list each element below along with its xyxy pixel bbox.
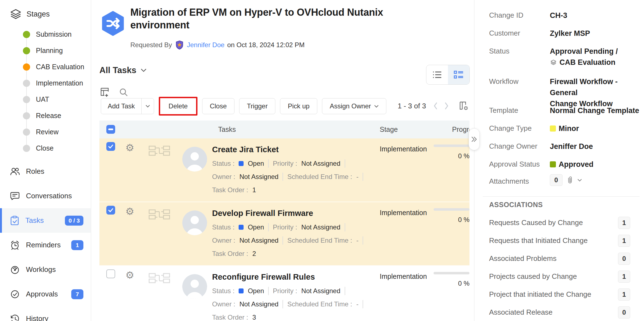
timer-icon <box>10 265 20 275</box>
stages-icon <box>9 8 22 20</box>
add-task-dropdown-button[interactable] <box>141 98 154 114</box>
requested-by-line: Requested By Jennifer Doe on Oct 18, 202… <box>130 40 305 50</box>
search-icon[interactable] <box>119 88 129 98</box>
sidebar-item-history[interactable]: History <box>0 306 91 321</box>
requester-link[interactable]: Jennifer Doe <box>187 41 225 49</box>
approval-status-value: Approved <box>550 159 642 170</box>
row-checkbox[interactable] <box>106 206 115 215</box>
stage-item-uat[interactable]: UAT <box>0 91 91 108</box>
sidebar-item-roles[interactable]: Roles <box>0 159 91 184</box>
priority-value: Not Assigned <box>301 286 340 296</box>
panel-collapse-button[interactable] <box>469 128 480 150</box>
association-count[interactable]: 1 <box>618 217 630 229</box>
priority-label: Priority : <box>273 159 297 168</box>
row-checkbox[interactable] <box>106 142 115 151</box>
panel-divider <box>483 196 640 197</box>
association-count[interactable]: 0 <box>618 253 630 265</box>
meta-divider <box>345 223 345 231</box>
stage-dot <box>23 31 30 38</box>
stage-timeline: Submission Planning CAB Evaluation Imple… <box>0 26 91 156</box>
task-settings-gear-icon[interactable]: ⚙ <box>125 270 134 281</box>
chevron-down-icon[interactable] <box>577 179 582 182</box>
meta-divider <box>268 287 269 295</box>
stage-item-release[interactable]: Release <box>0 108 91 124</box>
customer-value: Zylker MSP <box>550 28 642 39</box>
row-checkbox[interactable] <box>106 269 115 278</box>
task-dependency-icon[interactable] <box>149 208 170 221</box>
task-title[interactable]: Reconfigure Firewall Rules <box>212 272 363 282</box>
task-stage: Implementation <box>380 209 427 217</box>
sidebar-nav: Roles Conversations Tasks 0 / 3 Reminder… <box>0 159 91 321</box>
status-value: Open <box>248 223 264 232</box>
stage-item-submission[interactable]: Submission <box>0 26 91 42</box>
task-settings-gear-icon[interactable]: ⚙ <box>125 142 134 153</box>
trigger-button[interactable]: Trigger <box>239 98 275 114</box>
stage-dot <box>23 145 30 152</box>
select-all-checkbox[interactable] <box>106 125 115 134</box>
task-settings-gear-icon[interactable]: ⚙ <box>125 206 134 217</box>
stage-dot <box>23 112 30 119</box>
task-dependency-icon[interactable] <box>149 271 170 285</box>
list-view-button[interactable] <box>426 65 448 84</box>
board-view-button[interactable] <box>448 65 469 84</box>
task-filter-label: All Tasks <box>99 65 136 75</box>
meta-divider <box>283 236 283 245</box>
task-order-label: Task Order : <box>212 313 248 321</box>
reminders-count-badge: 1 <box>71 240 83 250</box>
sidebar-item-label: Tasks <box>25 216 44 225</box>
status-open-swatch <box>239 161 244 166</box>
sidebar-item-reminders[interactable]: Reminders 1 <box>0 233 91 257</box>
stage-item-review[interactable]: Review <box>0 124 91 140</box>
change-id-label: Change ID <box>489 11 523 20</box>
meta-divider <box>363 173 363 181</box>
view-toggle <box>426 65 470 85</box>
scheduled-end-label: Scheduled End Time : <box>287 236 352 245</box>
next-page-icon[interactable] <box>444 102 449 110</box>
prev-page-icon[interactable] <box>433 102 438 110</box>
add-column-icon[interactable] <box>100 87 110 98</box>
sidebar-item-conversations[interactable]: Conversations <box>0 184 91 208</box>
stage-item-cab-evaluation[interactable]: CAB Evaluation <box>0 59 91 75</box>
task-content: Develop Firewall Firmware Status : Open … <box>212 208 363 262</box>
meta-divider <box>363 236 363 245</box>
assign-owner-button[interactable]: Assign Owner <box>322 98 386 114</box>
association-count[interactable]: 1 <box>618 235 630 247</box>
status-value: Open <box>248 286 264 296</box>
stage-label: Submission <box>36 30 72 38</box>
association-count[interactable]: 1 <box>618 288 630 301</box>
task-dependency-icon[interactable] <box>149 144 170 158</box>
template-value: Normal Change Template <box>550 105 642 116</box>
sidebar-item-worklogs[interactable]: Worklogs <box>0 257 91 282</box>
stage-item-implementation[interactable]: Implementation <box>0 75 91 91</box>
progress-bar <box>434 208 469 211</box>
task-title[interactable]: Create Jira Ticket <box>212 145 363 154</box>
main-content: Migration of ERP VM on Hyper-V to OVHclo… <box>91 0 474 321</box>
status-value: Approval Pending / CAB Evaluation <box>550 46 642 68</box>
task-filter[interactable]: All Tasks <box>99 65 147 75</box>
progress-bar <box>434 145 469 147</box>
association-count[interactable]: 1 <box>618 271 630 283</box>
close-button[interactable]: Close <box>202 98 234 114</box>
sidebar-item-label: Reminders <box>26 241 61 249</box>
sidebar-item-label: Roles <box>26 167 44 176</box>
task-table: Tasks Stage Progress ⚙ Create Jira Ticke… <box>99 121 469 321</box>
task-avatar <box>182 274 207 299</box>
owner-value: Not Assigned <box>239 299 278 309</box>
column-header-tasks: Tasks <box>218 125 236 133</box>
sidebar-item-approvals[interactable]: Approvals 7 <box>0 282 91 306</box>
assign-owner-label: Assign Owner <box>330 102 371 110</box>
progress-bar <box>434 272 469 274</box>
pick-up-button[interactable]: Pick up <box>280 98 317 114</box>
sidebar-item-tasks[interactable]: Tasks 0 / 3 <box>0 208 91 233</box>
stage-item-planning[interactable]: Planning <box>0 42 91 59</box>
association-label: Associated Release <box>489 308 553 317</box>
add-task-button[interactable]: Add Task <box>101 98 141 114</box>
stage-item-close[interactable]: Close <box>0 140 91 156</box>
paperclip-icon[interactable] <box>566 176 574 184</box>
attachments-count[interactable]: 0 <box>550 174 563 186</box>
association-count[interactable]: 0 <box>618 306 630 319</box>
task-title[interactable]: Develop Firewall Firmware <box>212 208 363 218</box>
status-stage-text: CAB Evaluation <box>559 57 616 68</box>
delete-button-highlighted[interactable]: Delete <box>159 97 197 116</box>
column-settings-icon[interactable] <box>459 101 469 111</box>
